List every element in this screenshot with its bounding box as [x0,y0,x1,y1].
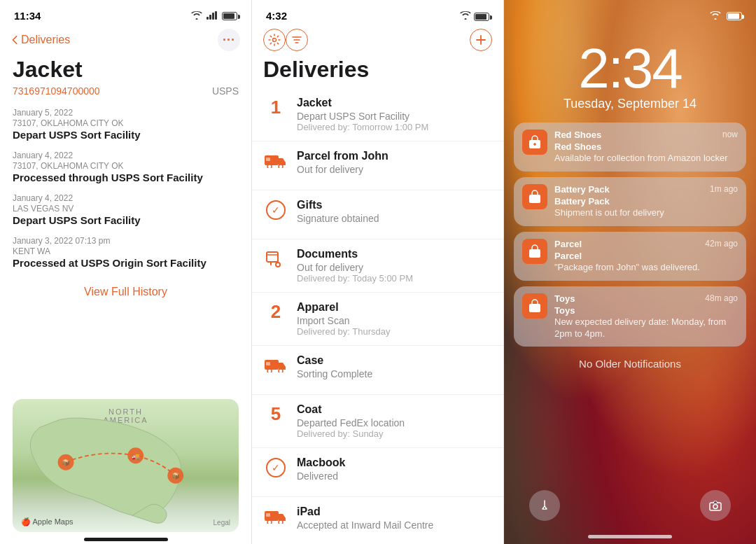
delivery-status: Sorting Complete [297,368,492,379]
delivery-status: Delivered [297,470,492,482]
delivery-name: Coat [297,403,492,416]
lockscreen-panel: 2:34 Tuesday, September 14 Red Shoes now… [504,0,756,544]
notif-time: 48m ago [705,293,738,304]
notif-app-icon [522,184,547,209]
svg-rect-30 [710,503,721,510]
notif-app-icon [522,293,547,319]
no-older-notifications: No Older Notifications [504,347,756,381]
delivery-name: Documents [297,248,492,260]
svg-point-18 [279,369,283,372]
notif-app-name: Parcel [554,239,582,249]
delivery-info: Coat Departed FedEx location Delivered b… [297,403,492,439]
tracking-number[interactable]: 7316971094700000 [13,85,100,97]
list-item[interactable]: 1 Jacket Depart USPS Sort Facility Deliv… [252,88,503,141]
notification-card[interactable]: Red Shoes now Red Shoes Available for co… [514,123,746,172]
history-desc: Depart USPS Sort Facility [13,214,239,226]
notif-message: Shipment is out for delivery [554,207,738,219]
notif-body: Red Shoes now Red Shoes Available for co… [554,130,738,165]
svg-rect-19 [266,362,270,365]
notif-body: Parcel 42m ago Parcel "Package from John… [554,239,738,274]
history-date: January 4, 2022 [13,151,239,160]
tracking-row: 7316971094700000 USPS [13,85,239,97]
history-item: January 4, 2022 LAS VEGAS NV Depart USPS… [13,193,239,226]
delivery-info: Documents Out for delivery Delivered by:… [297,248,492,284]
wifi-icon-p1 [191,10,202,22]
svg-rect-29 [529,304,540,312]
view-full-history-button[interactable]: View Full History [13,279,239,305]
list-item[interactable]: 5 Coat Departed FedEx location Delivered… [252,395,503,448]
svg-rect-23 [266,513,270,517]
package-content: Jacket 7316971094700000 USPS January 5, … [0,57,251,399]
back-button[interactable]: Deliveries [11,34,70,46]
notif-app-name: Red Shoes [554,130,601,140]
lockscreen-content: 2:34 Tuesday, September 14 Red Shoes now… [504,0,756,544]
delivery-info: Gifts Signature obtained [297,199,492,224]
delivery-info: Case Sorting Complete [297,354,492,379]
add-delivery-button[interactable] [470,29,492,51]
delivery-name: Macbook [297,456,492,469]
delivery-info: Jacket Depart USPS Sort Facility Deliver… [297,97,492,132]
apple-maps-badge: 🍎 Apple Maps [21,517,74,526]
delivery-status: Departed FedEx location [297,417,492,428]
camera-icon-button[interactable] [700,490,731,521]
svg-point-11 [267,165,272,168]
history-date: January 5, 2022 [13,108,239,118]
nav-bar-panel1: Deliveries ··· [0,26,251,57]
flashlight-icon-button[interactable] [529,490,560,521]
delivery-icon-col [263,505,288,524]
wifi-icon-p2 [460,10,474,22]
filter-icon-button[interactable] [286,29,308,51]
carrier-label: USPS [212,85,239,97]
notif-body: Battery Pack 1m ago Battery Pack Shipmen… [554,184,738,219]
map-view[interactable]: NORTH AMERICA 📦 🚚 📦 🍎 Apple Maps Legal [13,399,239,532]
delivery-status: Out for delivery [297,164,492,175]
list-item[interactable]: Documents Out for delivery Delivered by:… [252,239,503,293]
notification-card[interactable]: Parcel 42m ago Parcel "Package from John… [514,232,746,281]
package-title: Jacket [13,57,239,83]
svg-point-12 [279,165,283,168]
delivery-icon-col: 5 [263,403,288,423]
svg-rect-14 [267,252,278,262]
history-desc: Depart USPS Sort Facility [13,129,239,141]
truck-icon [265,151,287,168]
svg-text:📦: 📦 [172,472,180,480]
list-item[interactable]: Parcel from John Out for delivery [252,141,503,190]
svg-rect-27 [529,195,540,203]
notif-message: Available for collection from Amazon loc… [554,153,738,165]
notification-card[interactable]: Battery Pack 1m ago Battery Pack Shipmen… [514,177,746,226]
list-item[interactable]: Case Sorting Complete [252,346,503,395]
list-item[interactable]: ✓ Macbook Delivered [252,448,503,497]
truck-icon [265,356,287,372]
notification-card[interactable]: Toys 48m ago Toys New expected delivery … [514,286,746,347]
more-options-button[interactable]: ··· [218,29,240,51]
check-icon: ✓ [266,200,286,220]
delivery-info: Parcel from John Out for delivery [297,150,492,175]
history-item: January 3, 2022 07:13 pm KENT WA Process… [13,236,239,269]
home-indicator-p1 [0,532,251,544]
delivery-icon-col [263,354,288,372]
svg-point-31 [713,505,718,509]
lockscreen-bottom-icons [504,483,756,535]
delivery-icon-col: ✓ [263,199,288,220]
topbar-panel2 [252,26,503,57]
history-item: January 5, 2022 73107, OKLAHOMA CITY OK … [13,108,239,141]
list-item[interactable]: 2 Apparel Import Scan Delivered by: Thur… [252,293,503,346]
delivery-icon-col: ✓ [263,456,288,477]
history-desc: Processed through USPS Sort Facility [13,172,239,183]
notif-header: Battery Pack 1m ago [554,184,738,195]
settings-icon-button[interactable] [263,29,286,51]
delivery-sub: Delivered by: Thursday [297,326,492,337]
delivery-name: Apparel [297,301,492,314]
deliveries-title: Deliveries [252,57,503,88]
list-item[interactable]: ✓ Gifts Signature obtained [252,190,503,239]
delivery-icon-col: 2 [263,301,288,321]
delivery-sub: Delivered by: Tomorrow 1:00 PM [297,122,492,132]
legal-badge[interactable]: Legal [214,519,230,526]
delivery-name: Jacket [297,97,492,109]
svg-point-21 [267,520,272,524]
history-date: January 3, 2022 07:13 pm [13,236,239,246]
list-item[interactable]: iPad Accepted at Inward Mail Centre [252,497,503,544]
delivery-icon-col: 1 [263,97,288,116]
statusbar-panel1: 11:34 [0,0,251,26]
lockscreen-date: Tuesday, September 14 [504,97,756,111]
